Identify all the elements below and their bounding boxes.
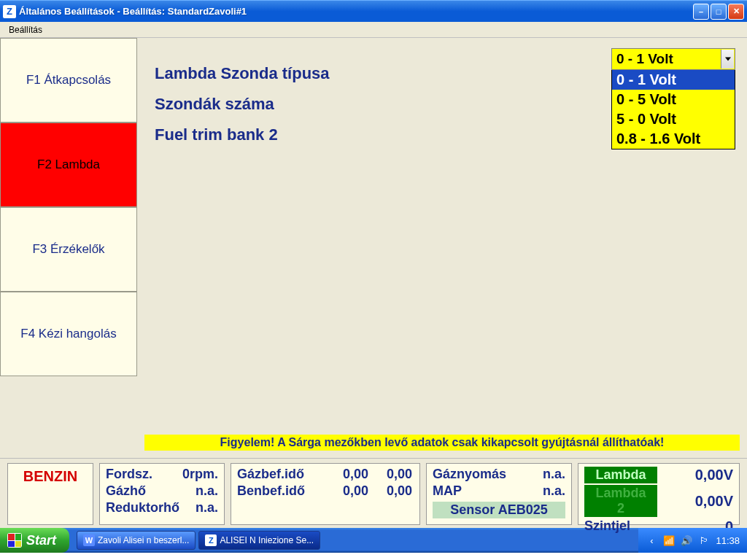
close-button[interactable]: ✕ (728, 4, 744, 20)
gazbef-v1: 0,00 (325, 467, 368, 482)
map-value: n.a. (543, 483, 565, 499)
lambda1-badge: Lambda (584, 467, 657, 483)
panel-injection: Gázbef.idő0,000,00 Benbef.idő0,000,00 (231, 463, 420, 525)
fuel-mode-panel: BENZIN (7, 463, 93, 525)
workspace: F1 Átkapcsolás F2 Lambda F3 Érzékelők F4… (0, 38, 747, 458)
combo-option[interactable]: 0 - 1 Volt (612, 70, 735, 90)
warning-banner: Figyelem! A Sárga mezőkben levő adatok c… (144, 435, 740, 451)
taskbar-item-label: Zavoli Alisei n beszerl... (98, 535, 189, 545)
tab-f1-atkapcsolas[interactable]: F1 Átkapcsolás (0, 38, 137, 122)
reduktorho-value: n.a. (196, 500, 218, 516)
tab-f4-kezi-hangolas[interactable]: F4 Kézi hangolás (0, 292, 137, 376)
combo-selected-value: 0 - 1 Volt (616, 51, 673, 67)
combo-option[interactable]: 0 - 5 Volt (612, 90, 735, 109)
lambda-type-dropdown: 0 - 1 Volt 0 - 5 Volt 5 - 0 Volt 0.8 - 1… (611, 70, 735, 149)
tab-f3-erzekelok[interactable]: F3 Érzékelők (0, 207, 137, 292)
menubar: Beállítás (0, 22, 747, 38)
chevron-down-icon[interactable] (721, 50, 734, 69)
fuel-mode-value: BENZIN (23, 468, 77, 485)
gazho-label: Gázhő (106, 483, 146, 499)
word-icon: W (83, 534, 95, 546)
panel-lambda: Lambda0,00V Lambda 20,00V Szintjel0 (578, 463, 740, 525)
lambda-type-combo-wrap: 0 - 1 Volt 0 - 1 Volt 0 - 5 Volt 5 - 0 V… (611, 48, 735, 149)
start-label: Start (26, 533, 56, 548)
benbef-v1: 0,00 (325, 483, 368, 499)
tray-clock[interactable]: 11:38 (716, 535, 740, 546)
system-tray: ‹ 📶 🔊 🏳 11:38 (638, 528, 747, 553)
szintjel-label: Szintjel (584, 518, 630, 535)
taskbar-item-label: ALISEI N Iniezione Se... (220, 535, 314, 545)
tray-network-icon[interactable]: 📶 (663, 534, 675, 546)
benbef-label: Benbef.idő (237, 483, 325, 499)
gaznyomas-value: n.a. (543, 467, 565, 482)
status-bar: BENZIN Fordsz.0rpm. Gázhőn.a. Reduktorhő… (0, 458, 747, 528)
app-icon: Z (3, 5, 16, 18)
panel-pressure: Gáznyomásn.a. MAPn.a. Sensor AEB025 (426, 463, 572, 525)
windows-logo-icon (7, 533, 22, 548)
combo-option[interactable]: 5 - 0 Volt (612, 109, 735, 129)
minimize-button[interactable]: – (693, 4, 709, 20)
benbef-v2: 0,00 (368, 483, 412, 499)
panel-engine: Fordsz.0rpm. Gázhőn.a. Reduktorhőn.a. (99, 463, 225, 525)
gazho-value: n.a. (196, 483, 218, 499)
gazbef-label: Gázbef.idő (237, 467, 325, 482)
menu-beallitas[interactable]: Beállítás (3, 23, 48, 36)
gazbef-v2: 0,00 (368, 467, 412, 482)
tray-flag-icon[interactable]: 🏳 (698, 534, 710, 546)
main-panel: Lambda Szonda típusa Szondák száma Fuel … (137, 38, 747, 458)
taskbar-items: W Zavoli Alisei n beszerl... Z ALISEI N … (77, 531, 320, 550)
tab-f2-lambda[interactable]: F2 Lambda (0, 122, 137, 207)
reduktorho-label: Reduktorhő (106, 500, 179, 516)
tray-back-icon[interactable]: ‹ (646, 534, 657, 546)
maximize-button[interactable]: □ (711, 4, 727, 20)
svg-marker-0 (725, 58, 731, 61)
taskbar-item[interactable]: Z ALISEI N Iniezione Se... (198, 531, 320, 550)
lambda-type-combobox[interactable]: 0 - 1 Volt (611, 48, 735, 70)
lambda1-value: 0,00V (695, 467, 733, 483)
window-title: Általános Beállítások - Beállítás: Stand… (19, 6, 693, 17)
sensor-label: Sensor AEB025 (433, 502, 565, 518)
lambda2-badge: Lambda 2 (584, 485, 657, 517)
lambda2-value: 0,00V (695, 493, 733, 510)
tray-volume-icon[interactable]: 🔊 (681, 534, 692, 546)
titlebar: Z Általános Beállítások - Beállítás: Sta… (0, 0, 747, 22)
combo-option[interactable]: 0.8 - 1.6 Volt (612, 129, 735, 149)
taskbar-item[interactable]: W Zavoli Alisei n beszerl... (77, 531, 196, 550)
start-button[interactable]: Start (0, 528, 69, 553)
app-icon: Z (205, 534, 217, 546)
map-label: MAP (433, 483, 462, 499)
fordsz-value: 0rpm. (182, 467, 218, 482)
fordsz-label: Fordsz. (106, 467, 152, 482)
gaznyomas-label: Gáznyomás (433, 467, 506, 482)
sidebar: F1 Átkapcsolás F2 Lambda F3 Érzékelők F4… (0, 38, 137, 458)
